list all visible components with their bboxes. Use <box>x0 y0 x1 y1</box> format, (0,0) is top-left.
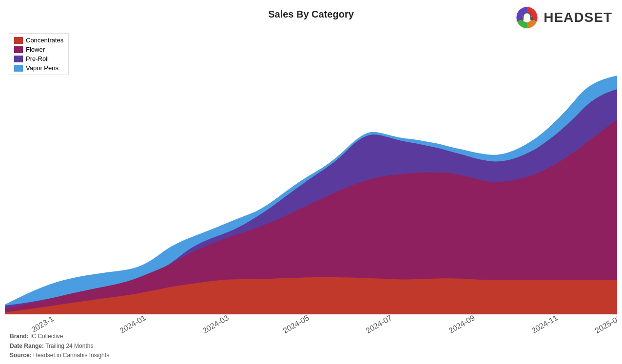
footer-date: Date Range: Trailing 24 Months <box>10 342 109 351</box>
brand-value: IC Collective <box>30 333 63 340</box>
footer-brand: Brand: IC Collective <box>10 332 109 341</box>
svg-text:2025-01: 2025-01 <box>594 313 617 335</box>
svg-text:2024-05: 2024-05 <box>282 313 311 335</box>
svg-rect-3 <box>530 17 533 20</box>
date-label: Date Range: <box>10 343 44 349</box>
source-value: Headset.io Cannabis Insights <box>33 352 109 359</box>
svg-text:2024-07: 2024-07 <box>365 313 393 335</box>
svg-text:2024-03: 2024-03 <box>201 313 230 335</box>
source-label: Source: <box>10 352 32 359</box>
svg-text:2023-1: 2023-1 <box>30 314 55 334</box>
footer: Brand: IC Collective Date Range: Trailin… <box>10 332 109 360</box>
headset-logo-text: HEADSET <box>544 10 612 25</box>
svg-text:2024-01: 2024-01 <box>118 313 147 335</box>
headset-logo-icon <box>514 5 540 30</box>
footer-source: Source: Headset.io Cannabis Insights <box>10 351 109 360</box>
svg-text:2024-11: 2024-11 <box>530 313 559 335</box>
chart-svg: 2023-1 2024-01 2024-03 2024-05 2024-07 2… <box>5 32 617 335</box>
chart-area: 2023-1 2024-01 2024-03 2024-05 2024-07 2… <box>5 32 617 335</box>
chart-container: Sales By Category HEADSET Concentrates <box>0 0 622 364</box>
headset-logo: HEADSET <box>514 5 612 30</box>
svg-rect-2 <box>521 17 524 20</box>
date-value: Trailing 24 Months <box>45 343 93 349</box>
brand-label: Brand: <box>10 333 29 340</box>
svg-text:2024-09: 2024-09 <box>447 313 476 335</box>
